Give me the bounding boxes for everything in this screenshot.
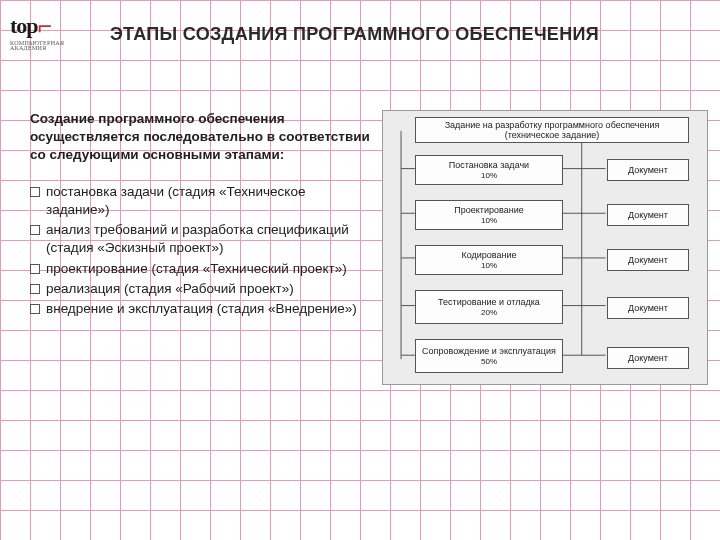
logo-bracket-icon: ⌐	[38, 12, 53, 41]
stage-box: Проектирование 10%	[415, 200, 563, 230]
stage-box: Кодирование 10%	[415, 245, 563, 275]
stage-pct: 10%	[481, 216, 497, 225]
doc-label: Документ	[628, 165, 668, 175]
stage-box: Сопровождение и эксплуатация 50%	[415, 339, 563, 373]
doc-box: Документ	[607, 249, 689, 271]
list-item: анализ требований и разработка специфика…	[30, 221, 370, 257]
doc-label: Документ	[628, 353, 668, 363]
stage-box: Тестирование и отладка 20%	[415, 290, 563, 324]
list-item: проектирование (стадия «Технический прое…	[30, 260, 370, 278]
spec-box: Задание на разработку программного обесп…	[415, 117, 689, 143]
stage-list: постановка задачи (стадия «Техническое з…	[30, 183, 370, 319]
flow-diagram: Задание на разработку программного обесп…	[382, 110, 708, 385]
stage-name: Кодирование	[461, 250, 516, 260]
doc-box: Документ	[607, 297, 689, 319]
text-content: Создание программного обеспечения осущес…	[30, 110, 370, 320]
stage-name: Проектирование	[454, 205, 523, 215]
stage-pct: 10%	[481, 171, 497, 180]
doc-label: Документ	[628, 210, 668, 220]
list-item: реализация (стадия «Рабочий проект»)	[30, 280, 370, 298]
intro-paragraph: Создание программного обеспечения осущес…	[30, 110, 370, 165]
doc-label: Документ	[628, 255, 668, 265]
stage-pct: 50%	[481, 357, 497, 366]
stage-box: Постановка задачи 10%	[415, 155, 563, 185]
doc-label: Документ	[628, 303, 668, 313]
spec-label: Задание на разработку программного обесп…	[419, 120, 685, 141]
doc-box: Документ	[607, 347, 689, 369]
stage-pct: 10%	[481, 261, 497, 270]
page-title: ЭТАПЫ СОЗДАНИЯ ПРОГРАММНОГО ОБЕСПЕЧЕНИЯ	[110, 24, 599, 45]
stage-name: Тестирование и отладка	[438, 297, 540, 307]
doc-box: Документ	[607, 204, 689, 226]
logo: top⌐ КОМПЬЮТЕРНАЯ АКАДЕМИЯ	[10, 12, 64, 51]
stage-name: Сопровождение и эксплуатация	[422, 346, 556, 356]
stage-pct: 20%	[481, 308, 497, 317]
doc-box: Документ	[607, 159, 689, 181]
stage-name: Постановка задачи	[449, 160, 529, 170]
list-item: постановка задачи (стадия «Техническое з…	[30, 183, 370, 219]
list-item: внедрение и эксплуатация (стадия «Внедре…	[30, 300, 370, 318]
logo-text: top	[10, 13, 38, 38]
